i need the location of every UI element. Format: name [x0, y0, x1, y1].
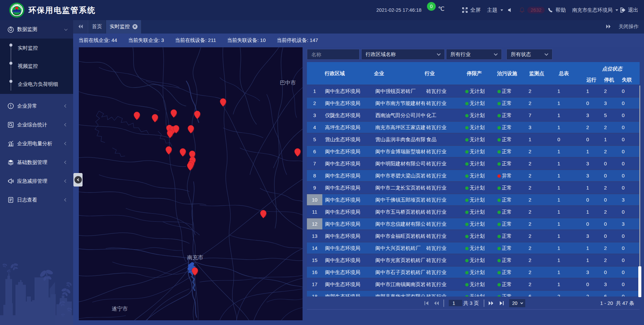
cell-limit-production: 无计划	[465, 242, 496, 254]
table-row[interactable]: 5营山生态环境局营山县润丰肉食品有限食品无计划正常10010	[307, 134, 640, 145]
sidebar-item-video-monitoring[interactable]: 视频监控	[0, 57, 73, 75]
sidebar-item-base-data-management[interactable]: 基础数据管理	[0, 153, 73, 172]
col-header-meters[interactable]: 总表	[544, 62, 584, 85]
status-select[interactable]: 所有状态	[506, 49, 552, 60]
col-header-running[interactable]: 运行	[581, 77, 601, 83]
cell-limit-production: 无计划	[465, 206, 496, 217]
table-row[interactable]: 17阆中生态环境局阆中市江南镇阆南页岩砖瓦行业无计划正常21030	[307, 279, 640, 290]
sidebar-item-emergency-reduction[interactable]: 应急减排管理	[0, 172, 73, 191]
industry-select[interactable]: 所有行业	[446, 49, 502, 60]
col-header-company[interactable]: 企业	[359, 62, 399, 85]
tabs-scroll-left-button[interactable]	[73, 19, 88, 34]
tabs-scroll-right-button[interactable]	[606, 24, 611, 29]
table-row[interactable]: 18南部生态环境局南部县嘉华水泥有限公砖瓦行业无计划正常62260	[307, 291, 640, 296]
status-dot-icon	[465, 271, 469, 274]
cell-company[interactable]: 阆中大兴页岩机砖厂	[375, 242, 425, 254]
tab-close-icon[interactable]	[132, 24, 138, 29]
cell-company[interactable]: 营山县润丰肉食品有限	[375, 134, 425, 145]
logout-button[interactable]: 退出	[620, 0, 638, 20]
row-number: 14	[307, 242, 322, 254]
sidebar-group-data-monitoring[interactable]: 数据监测	[0, 20, 73, 39]
cell-company[interactable]: 南充市高坪区王家店建	[375, 122, 425, 133]
cell-limit-production: 无计划	[465, 170, 496, 181]
table-row[interactable]: 16阆中生态环境局阆中市石子页岩机砖厂砖瓦行业无计划正常21300	[307, 267, 640, 278]
cell-company[interactable]: 阆中市二龙长宝页岩砖	[375, 182, 425, 193]
cell-company[interactable]: 阆中市枣碧大梁山页岩	[375, 170, 425, 181]
col-header-stopped[interactable]: 停机	[599, 77, 619, 83]
cell-company[interactable]: 阆中市忠信建材有限公	[375, 218, 425, 229]
table-row[interactable]: 9阆中生态环境局阆中市二龙长宝页岩砖砖瓦行业无计划正常21120	[307, 182, 640, 193]
table-row[interactable]: 4高坪生态环境局南充市高坪区王家店建砖瓦行业无计划正常31220	[307, 122, 640, 133]
map-panel[interactable]: 巴中市南充市遂宁市	[79, 47, 303, 320]
map-collapse-button[interactable]	[73, 173, 83, 186]
col-header-lost[interactable]: 失联	[617, 77, 637, 83]
sidebar-item-power-load-detail[interactable]: 企业电力负荷明细	[0, 75, 73, 93]
cell-monitor-points: 1	[522, 134, 538, 145]
cell-company[interactable]: 阆中市南方节能建材有	[375, 98, 425, 109]
notifications-button[interactable]: 2632	[519, 0, 545, 20]
table-row[interactable]: 8阆中生态环境局阆中市枣碧大梁山页岩砖瓦行业无计划异常21300	[307, 170, 640, 181]
prev-page-button[interactable]	[433, 299, 440, 307]
table-scrollbar-thumb[interactable]	[638, 266, 641, 297]
last-page-button[interactable]	[498, 299, 505, 307]
close-operations-dropdown[interactable]: 关闭操作	[619, 23, 639, 30]
cell-company[interactable]: 西南油气田分公司川中	[375, 110, 425, 121]
cell-company[interactable]: 阆中市石子页岩机砖厂	[375, 267, 425, 278]
col-header-industry[interactable]: 行业	[410, 62, 450, 85]
cell-company[interactable]: 阆中强锐页岩砖厂	[375, 86, 425, 97]
table-row[interactable]: 2阆中生态环境局阆中市南方节能建材有砖瓦行业无计划正常21030	[307, 98, 640, 109]
sidebar-item-enterprise-statistics[interactable]: 企业综合统计	[0, 115, 73, 134]
cell-company[interactable]: 阆中市五马桥页岩机砖	[375, 206, 425, 217]
sidebar-item-log-view[interactable]: 日志查看	[0, 191, 73, 209]
theme-dropdown[interactable]: 主题	[487, 0, 503, 20]
table-row[interactable]: 10阆中生态环境局阆中千佛镇五郎垭页岩砖瓦行业无计划正常21003	[307, 194, 640, 205]
cell-region: 仪陇生态环境局	[325, 110, 374, 121]
tab-realtime-monitoring[interactable]: 实时监控	[106, 19, 142, 34]
help-button[interactable]: 帮助	[548, 0, 566, 20]
app-logo-environment-emblem	[9, 2, 24, 18]
table-row[interactable]: 1阆中生态环境局阆中强锐页岩砖厂砖瓦行业无计划正常21120	[307, 86, 640, 97]
cell-industry: 砖瓦行业	[426, 182, 463, 193]
sidebar-item-realtime-monitoring[interactable]: 实时监控	[0, 39, 73, 57]
cell-running-count: 0	[581, 218, 595, 229]
status-dot-icon	[497, 235, 501, 238]
status-dot-icon	[465, 259, 469, 262]
cell-company[interactable]: 阆中明阳建材有限公司	[375, 158, 425, 169]
tab-home[interactable]: 首页	[88, 19, 106, 34]
sidebar-item-power-usage-analysis[interactable]: 企业用电量分析	[0, 134, 73, 153]
next-page-button[interactable]	[487, 299, 495, 307]
col-header-region[interactable]: 行政区域	[315, 62, 355, 85]
cell-company[interactable]: 阆中市金博瑞新型墙材	[375, 146, 425, 157]
search-name-field[interactable]	[307, 49, 360, 60]
table-row[interactable]: 6阆中生态环境局阆中市金博瑞新型墙材砖瓦行业无计划正常21120	[307, 146, 640, 157]
cell-industry: 砖瓦行业	[426, 158, 463, 169]
table-scrollbar-track[interactable]	[639, 86, 640, 297]
cell-company[interactable]: 南部县嘉华水泥有限公	[375, 291, 425, 296]
page-size-select[interactable]: 20	[509, 299, 525, 307]
submenu-dot-icon	[9, 62, 12, 65]
first-page-button[interactable]	[423, 299, 430, 307]
table-row[interactable]: 12阆中生态环境局阆中市忠信建材有限公砖瓦行业无计划正常21003	[307, 218, 640, 229]
page-number-input[interactable]	[449, 300, 462, 306]
cell-treatment-facility: 正常	[497, 267, 524, 278]
fullscreen-button[interactable]: 全屏	[462, 0, 481, 20]
cell-company[interactable]: 阆中市光富页岩机砖厂	[375, 255, 425, 266]
cell-company[interactable]: 阆中市金福旺页岩机砖	[375, 230, 425, 241]
map-city-label: 南充市	[187, 255, 203, 260]
sidebar-item-enterprise-abnormal[interactable]: 企业异常	[0, 97, 73, 115]
search-name-input[interactable]	[307, 52, 359, 57]
cell-company[interactable]: 阆中市江南镇阆南页岩	[375, 279, 425, 290]
region-select[interactable]: 行政区域名称	[361, 49, 445, 60]
cell-treatment-facility: 正常	[497, 182, 524, 193]
organization-dropdown[interactable]: 南充市生态环境局	[572, 0, 618, 20]
table-row[interactable]: 7阆中生态环境局阆中明阳建材有限公司砖瓦行业无计划正常21300	[307, 158, 640, 169]
table-row[interactable]: 11阆中生态环境局阆中市五马桥页岩机砖砖瓦行业无计划正常21120	[307, 206, 640, 217]
cell-monitor-points: 2	[522, 242, 538, 254]
table-row[interactable]: 14阆中生态环境局阆中大兴页岩机砖厂砖瓦行业无计划正常21120	[307, 242, 640, 254]
cell-company[interactable]: 阆中千佛镇五郎垭页岩	[375, 194, 425, 205]
table-row[interactable]: 13阆中生态环境局阆中市金福旺页岩机砖砖瓦行业无计划正常21300	[307, 230, 640, 241]
sound-toggle-button[interactable]	[507, 0, 513, 20]
table-row[interactable]: 3仪陇生态环境局西南油气田分公司川中化工无计划正常71350	[307, 110, 640, 121]
table-row[interactable]: 15阆中生态环境局阆中市光富页岩机砖厂砖瓦行业无计划正常21120	[307, 255, 640, 266]
cell-total-meters: 2	[550, 291, 567, 296]
